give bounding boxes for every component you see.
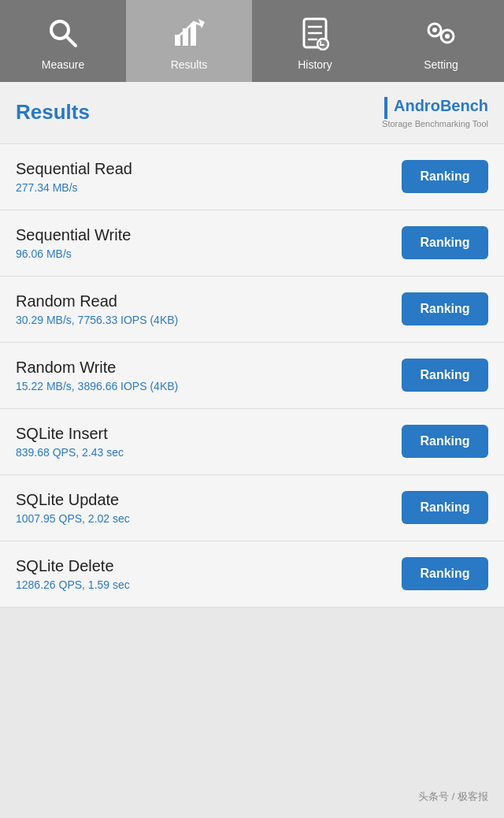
bench-info: SQLite Insert839.68 QPS, 2.43 sec bbox=[16, 425, 402, 459]
bench-name: Random Write bbox=[16, 359, 402, 377]
table-row: SQLite Delete1286.26 QPS, 1.59 secRankin… bbox=[0, 541, 504, 608]
svg-point-14 bbox=[445, 34, 450, 39]
bench-info: Random Write15.22 MB/s, 3896.66 IOPS (4K… bbox=[16, 359, 402, 392]
ranking-button[interactable]: Ranking bbox=[402, 359, 488, 392]
benchmark-list: Sequential Read277.34 MB/sRankingSequent… bbox=[0, 144, 504, 608]
nav-item-setting[interactable]: Setting bbox=[378, 0, 504, 82]
table-row: Sequential Read277.34 MB/sRanking bbox=[0, 144, 504, 210]
table-row: Random Write15.22 MB/s, 3896.66 IOPS (4K… bbox=[0, 343, 504, 409]
setting-icon bbox=[422, 14, 460, 52]
bench-name: Sequential Write bbox=[16, 226, 402, 244]
page-title: Results bbox=[16, 100, 90, 125]
bench-value: 1007.95 QPS, 2.02 sec bbox=[16, 512, 402, 525]
ranking-button[interactable]: Ranking bbox=[402, 425, 488, 458]
nav-item-measure[interactable]: Measure bbox=[0, 0, 126, 82]
brand-logo: AndroBench Storage Benchmarking Tool bbox=[382, 96, 488, 129]
nav-item-history[interactable]: History bbox=[252, 0, 378, 82]
nav-label-history: History bbox=[298, 58, 332, 71]
bench-info: SQLite Delete1286.26 QPS, 1.59 sec bbox=[16, 557, 402, 591]
bench-name: SQLite Update bbox=[16, 491, 402, 509]
bench-value: 96.06 MB/s bbox=[16, 247, 402, 260]
brand-name: AndroBench bbox=[382, 96, 488, 119]
nav-label-results: Results bbox=[171, 58, 208, 71]
svg-rect-4 bbox=[191, 24, 196, 46]
bench-name: Sequential Read bbox=[16, 160, 402, 178]
bench-name: SQLite Insert bbox=[16, 425, 402, 443]
bench-info: SQLite Update1007.95 QPS, 2.02 sec bbox=[16, 491, 402, 525]
nav-bar: Measure Results History bbox=[0, 0, 504, 82]
table-row: SQLite Update1007.95 QPS, 2.02 secRankin… bbox=[0, 475, 504, 541]
bench-value: 839.68 QPS, 2.43 sec bbox=[16, 446, 402, 459]
table-row: Random Read30.29 MB/s, 7756.33 IOPS (4KB… bbox=[0, 277, 504, 343]
bench-name: SQLite Delete bbox=[16, 557, 402, 575]
brand-bar bbox=[384, 97, 387, 119]
bench-value: 277.34 MB/s bbox=[16, 181, 402, 194]
nav-label-measure: Measure bbox=[42, 58, 84, 71]
bench-info: Sequential Write96.06 MB/s bbox=[16, 226, 402, 260]
measure-icon bbox=[44, 14, 82, 52]
nav-label-setting: Setting bbox=[424, 58, 458, 71]
results-header: Results AndroBench Storage Benchmarking … bbox=[0, 82, 504, 144]
svg-line-1 bbox=[66, 36, 76, 46]
ranking-button[interactable]: Ranking bbox=[402, 557, 488, 590]
bench-name: Random Read bbox=[16, 292, 402, 310]
ranking-button[interactable]: Ranking bbox=[402, 292, 488, 325]
ranking-button[interactable]: Ranking bbox=[402, 160, 488, 193]
history-icon bbox=[296, 14, 334, 52]
ranking-button[interactable]: Ranking bbox=[402, 491, 488, 524]
bench-value: 15.22 MB/s, 3896.66 IOPS (4KB) bbox=[16, 380, 402, 392]
bench-info: Random Read30.29 MB/s, 7756.33 IOPS (4KB… bbox=[16, 292, 402, 326]
brand-subtitle: Storage Benchmarking Tool bbox=[382, 119, 488, 129]
svg-point-13 bbox=[432, 28, 437, 32]
table-row: Sequential Write96.06 MB/sRanking bbox=[0, 210, 504, 277]
table-row: SQLite Insert839.68 QPS, 2.43 secRanking bbox=[0, 409, 504, 475]
nav-item-results[interactable]: Results bbox=[126, 0, 252, 82]
watermark: 头条号 / 极客报 bbox=[418, 790, 488, 804]
results-icon bbox=[170, 14, 208, 52]
bench-info: Sequential Read277.34 MB/s bbox=[16, 160, 402, 194]
bench-value: 1286.26 QPS, 1.59 sec bbox=[16, 578, 402, 591]
ranking-button[interactable]: Ranking bbox=[402, 226, 488, 259]
bench-value: 30.29 MB/s, 7756.33 IOPS (4KB) bbox=[16, 314, 402, 326]
